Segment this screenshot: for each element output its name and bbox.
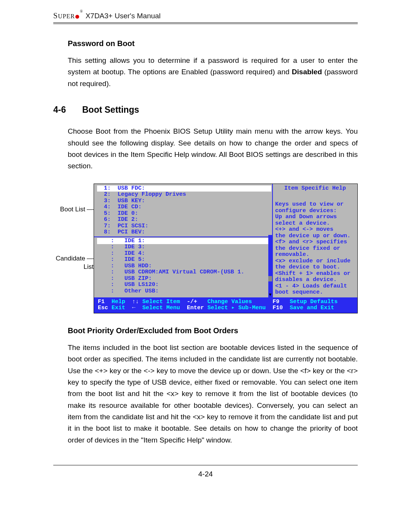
- help-line: boot sequence.: [275, 289, 355, 296]
- label-candidate-text2: List: [84, 263, 94, 270]
- content-column: Password on Boot This setting allows you…: [53, 39, 358, 446]
- bios-row: 8: PCI BEV:: [97, 229, 270, 236]
- bios-row: 3: USB KEY:: [97, 198, 270, 204]
- help-line: removable.: [275, 252, 355, 258]
- bios-screen: 1: USB FDC: 2: Legacy Floppy Drives 3: U…: [94, 184, 358, 313]
- help-line: <+> and <-> moves: [275, 227, 355, 233]
- bios-row: : IDE 5:: [97, 257, 270, 263]
- bios-row: 7: PCI SCSI:: [97, 223, 270, 230]
- brand-dot-icon: [75, 15, 79, 19]
- help-line: <Shift + 1> enables or: [275, 271, 355, 277]
- help-line: configure devices:: [275, 208, 355, 214]
- bios-divider: [94, 236, 272, 237]
- page-number: 4-24: [53, 470, 358, 478]
- bios-figure: Boot List Candidate List 1: USB FDC: 2: …: [53, 184, 358, 313]
- help-line: <1 - 4> Loads default: [275, 283, 355, 290]
- bios-row: : Other USB:: [97, 288, 270, 295]
- help-text: Keys used to view orconfigure devices:Up…: [275, 201, 355, 296]
- bios-row: 4: IDE CD:: [97, 204, 270, 211]
- help-title: Item Specific Help: [275, 185, 355, 192]
- help-line: the device up or down.: [275, 233, 355, 240]
- registered-icon: ®: [80, 9, 83, 13]
- bios-row: : USB LS120:: [97, 282, 270, 288]
- bios-footer: F1 Help ↑↓ Select Item -/+ Change Values…: [94, 297, 357, 313]
- label-line-icon: [87, 259, 94, 259]
- help-line: Keys used to view or: [275, 201, 355, 208]
- footer-rule: [53, 465, 358, 465]
- help-line: disables a device.: [275, 277, 355, 283]
- help-line: the device fixed or: [275, 246, 355, 252]
- bios-row: : USB HDD:: [97, 263, 270, 270]
- manual-page: SUPER® X7DA3+ User's Manual Password on …: [0, 0, 411, 494]
- boot-priority-text: The items included in the boot list sect…: [68, 342, 358, 446]
- password-on-boot-heading: Password on Boot: [68, 39, 358, 48]
- boot-priority-heading: Boot Priority Order/Excluded from Boot O…: [68, 326, 358, 335]
- help-line: Up and Down arrows: [275, 214, 355, 220]
- bios-body: 1: USB FDC: 2: Legacy Floppy Drives 3: U…: [94, 184, 357, 297]
- label-boot-list-text: Boot List: [60, 206, 85, 213]
- label-candidate-list: Candidate List: [56, 254, 94, 271]
- bios-row: : IDE 4:: [97, 251, 270, 257]
- password-on-boot-text: This setting allows you to determine if …: [68, 55, 358, 89]
- bios-row: 6: IDE 2:: [97, 217, 270, 223]
- scrollbar-track[interactable]: ▼: [268, 235, 272, 297]
- help-line: the device to boot.: [275, 264, 355, 271]
- bios-row: 5: IDE 0:: [97, 211, 270, 217]
- section-intro: Choose Boot from the Phoenix BIOS Setup …: [68, 126, 358, 172]
- help-line: select a device.: [275, 220, 355, 227]
- section-number: 4-6: [53, 105, 82, 115]
- brand-leading: S: [53, 11, 58, 20]
- help-line: <x> exclude or include: [275, 258, 355, 265]
- bios-row: : USB ZIP:: [97, 276, 270, 282]
- section-title: Boot Settings: [82, 105, 139, 115]
- label-line-icon: [87, 209, 94, 210]
- bios-help-panel: Item Specific Help Keys used to view orc…: [273, 184, 357, 297]
- section-heading: 4-6Boot Settings: [53, 105, 358, 115]
- bios-row: 2: Legacy Floppy Drives: [97, 192, 270, 198]
- scrollbar-down-icon[interactable]: ▼: [268, 293, 272, 297]
- pwd-bold: Disabled: [292, 68, 322, 76]
- bios-row: 1: USB FDC:: [97, 185, 271, 192]
- brand-logo: SUPER®: [53, 11, 83, 20]
- bios-main-panel: 1: USB FDC: 2: Legacy Floppy Drives 3: U…: [94, 184, 273, 297]
- help-line: <f> and <r> specifies: [275, 239, 355, 246]
- bios-row: : USB CDROM:AMI Virtual CDROM-(USB 1.: [97, 269, 270, 276]
- bios-row: : IDE 3:: [97, 244, 270, 251]
- page-header: SUPER® X7DA3+ User's Manual: [53, 11, 358, 24]
- bios-row: : IDE 1:: [97, 238, 271, 244]
- label-boot-list: Boot List: [60, 206, 94, 213]
- scrollbar-thumb[interactable]: [268, 276, 272, 281]
- brand-rest: UPER: [58, 13, 75, 19]
- label-candidate-text1: Candidate: [56, 255, 85, 262]
- manual-title: X7DA3+ User's Manual: [86, 12, 161, 20]
